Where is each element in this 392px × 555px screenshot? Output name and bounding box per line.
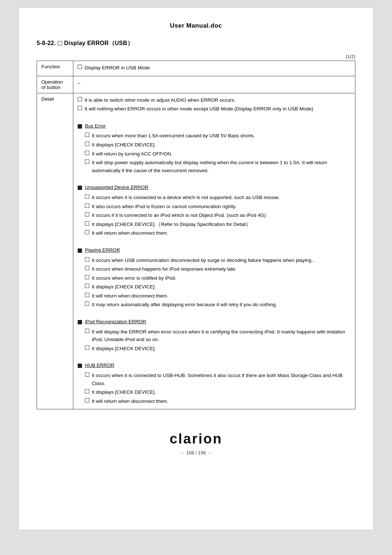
checkbox-icon [85,284,89,288]
detail-row: Detail It is able to switch other mode o… [37,93,355,409]
unsupported-text-2: It also occurs when iPod is frozen or ca… [92,203,351,211]
bus-error-header: Bus Error [78,122,351,130]
bus-error-text-4: It will stop power supply automatically … [92,159,351,174]
main-table: Function Display ERROR in USB Mode Opera… [37,61,355,409]
bus-error-text-2: It displays [CHECK DEVICE]. [92,141,351,149]
ipod-recog-error-title: iPod Recognization ERROR [85,318,146,326]
detail-label: Detail [37,93,73,409]
ipod-recog-error-header: iPod Recognization ERROR [78,318,351,326]
checkbox-icon [85,345,89,350]
bus-error-items: It occurs when more than 1.5A overcurren… [85,132,351,174]
filled-square-icon [78,124,82,129]
playing-error-header: Playing ERROR [78,246,351,254]
unsupported-item-5: It will return when disconnect them. [85,229,351,237]
filled-square-icon [78,364,82,368]
brand-footer: clarion － 108 / 156 － [37,431,355,456]
unsupported-text-4: It displays [CHECK DEVICE].（Refer to Dis… [92,220,351,228]
checkbox-icon [85,221,89,226]
playing-item-5: It will return when disconnect them. [85,292,351,300]
doc-title: User Manual.doc [37,22,355,29]
checkbox-icon [85,151,89,155]
detail-intro-text-2: It will nothing when ERROR occurs in oth… [85,105,351,113]
unsupported-text-1: It occurs when it is connected to a devi… [92,194,351,202]
ipod-recog-item-2: It displays [CHECK DEVICE]. [85,345,351,353]
bus-error-item-1: It occurs when more than 1.5A overcurren… [85,132,351,140]
bus-error-item-3: It will return by turning ACC OFF/ON. [85,150,351,158]
unsupported-text-5: It will return when disconnect them. [92,229,351,237]
hub-text-1: It occurs when it is connected to USB-HU… [92,372,351,387]
checkbox-icon [85,329,89,333]
hub-text-3: It will return when disconnect them. [92,397,351,405]
checkbox-icon [85,194,89,199]
section-title-text: Display ERROR（USB） [64,40,133,46]
playing-text-2: It occurs when timeout happens for iPod … [92,265,351,273]
checkbox-icon [85,257,89,262]
checkbox-icon [85,212,89,216]
unsupported-item-2: It also occurs when iPod is frozen or ca… [85,203,351,211]
hub-error-items: It occurs when it is connected to USB-HU… [85,372,351,405]
operation-label: Operationof button [37,76,73,93]
checkbox-icon [78,106,82,110]
bus-error-item-2: It displays [CHECK DEVICE]. [85,141,351,149]
checkbox-icon [78,65,82,69]
checkbox-icon [85,230,89,234]
hub-error-header: HUB ERROR [78,361,351,369]
bus-error-item-4: It will stop power supply automatically … [85,159,351,174]
bus-error-text-1: It occurs when more than 1.5A overcurren… [92,132,351,140]
checkbox-icon [85,275,89,279]
ipod-recog-text-1: It will display the ERROR when error occ… [92,328,351,344]
page-number: (1/2) [37,54,355,59]
playing-text-6: It may return automatically after displa… [92,301,351,309]
filled-square-icon [78,186,82,190]
page-footer-text: － 108 / 156 － [37,450,355,456]
section-number: 5-8-22. [37,40,56,46]
checkbox-icon [85,133,89,137]
filled-square-icon [78,248,82,253]
ipod-recog-error-items: It will display the ERROR when error occ… [85,328,351,353]
operation-content: – [73,76,355,93]
checkbox-icon [85,159,89,164]
section-square-icon [58,41,62,45]
unsupported-error-items: It occurs when it is connected to a devi… [85,194,351,237]
playing-text-3: It occurs when error is notified by iPod… [92,274,351,282]
bus-error-text-3: It will return by turning ACC OFF/ON. [92,150,351,158]
function-text: Display ERROR in USB Mode [85,64,351,72]
unsupported-error-title: Unsupported Device ERROR [85,183,148,191]
detail-intro-item-1: It is able to switch other mode or adjus… [78,96,351,104]
playing-text-5: It will return when disconnect them. [92,292,351,300]
ipod-recog-text-2: It displays [CHECK DEVICE]. [92,345,351,353]
playing-text-1: It occurs when USB communication disconn… [92,256,351,264]
playing-item-1: It occurs when USB communication disconn… [85,256,351,264]
function-item: Display ERROR in USB Mode [78,64,351,72]
playing-error-items: It occurs when USB communication disconn… [85,256,351,309]
unsupported-item-4: It displays [CHECK DEVICE].（Refer to Dis… [85,220,351,228]
filled-square-icon [78,320,82,324]
detail-intro-item-2: It will nothing when ERROR occurs in oth… [78,105,351,113]
unsupported-text-3: It occurs if it is connected to an iPod … [92,211,351,219]
bus-error-title: Bus Error [85,122,106,130]
checkbox-icon [85,266,89,270]
brand-name: clarion [37,431,355,447]
hub-text-2: It displays [CHECK DEVICE]. [92,388,351,396]
page: User Manual.doc 5-8-22. Display ERROR（US… [18,7,374,530]
unsupported-item-3: It occurs if it is connected to an iPod … [85,211,351,219]
unsupported-error-header: Unsupported Device ERROR [78,183,351,191]
playing-item-3: It occurs when error is notified by iPod… [85,274,351,282]
detail-content: It is able to switch other mode or adjus… [73,93,355,409]
playing-item-2: It occurs when timeout happens for iPod … [85,265,351,273]
hub-item-3: It will return when disconnect them. [85,397,351,405]
checkbox-icon [85,389,89,393]
checkbox-icon [78,97,82,101]
hub-item-1: It occurs when it is connected to USB-HU… [85,372,351,387]
operation-row: Operationof button – [37,76,355,93]
checkbox-icon [85,203,89,208]
playing-text-4: It displays [CHECK DEVICE]. [92,283,351,291]
checkbox-icon [85,301,89,306]
unsupported-item-1: It occurs when it is connected to a devi… [85,194,351,202]
operation-text: – [78,80,81,86]
checkbox-icon [85,398,89,402]
section-title: 5-8-22. Display ERROR（USB） [37,40,355,47]
checkbox-icon [85,293,89,297]
function-content: Display ERROR in USB Mode [73,61,355,76]
function-label: Function [37,61,73,76]
